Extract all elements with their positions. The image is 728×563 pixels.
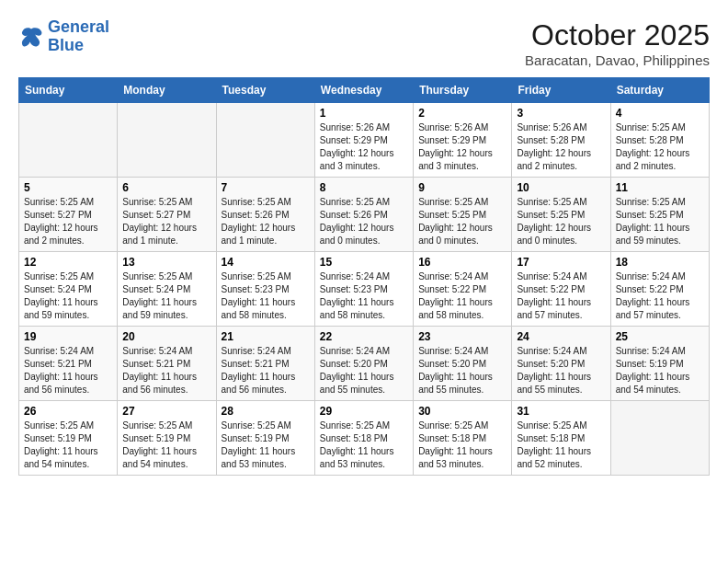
day-number: 28 bbox=[222, 405, 310, 418]
calendar-cell: 16Sunrise: 5:24 AMSunset: 5:22 PMDayligh… bbox=[414, 252, 512, 327]
day-detail: Sunrise: 5:24 AMSunset: 5:22 PMDaylight:… bbox=[616, 270, 704, 322]
day-number: 4 bbox=[616, 107, 704, 120]
calendar-week-3: 12Sunrise: 5:25 AMSunset: 5:24 PMDayligh… bbox=[19, 252, 710, 327]
day-number: 21 bbox=[222, 330, 310, 343]
day-detail: Sunrise: 5:25 AMSunset: 5:28 PMDaylight:… bbox=[616, 121, 704, 173]
month-title: October 2025 bbox=[525, 18, 710, 52]
calendar-cell: 19Sunrise: 5:24 AMSunset: 5:21 PMDayligh… bbox=[19, 327, 118, 401]
day-detail: Sunrise: 5:25 AMSunset: 5:19 PMDaylight:… bbox=[122, 419, 210, 471]
day-detail: Sunrise: 5:24 AMSunset: 5:20 PMDaylight:… bbox=[320, 345, 408, 396]
day-number: 29 bbox=[320, 405, 408, 418]
day-detail: Sunrise: 5:25 AMSunset: 5:18 PMDaylight:… bbox=[418, 419, 506, 471]
day-number: 14 bbox=[222, 256, 310, 269]
day-detail: Sunrise: 5:24 AMSunset: 5:22 PMDaylight:… bbox=[517, 270, 605, 322]
calendar-cell: 14Sunrise: 5:25 AMSunset: 5:23 PMDayligh… bbox=[216, 252, 314, 327]
day-number: 24 bbox=[517, 330, 605, 343]
day-number: 5 bbox=[24, 181, 112, 194]
calendar-cell: 26Sunrise: 5:25 AMSunset: 5:19 PMDayligh… bbox=[19, 401, 118, 476]
calendar-cell bbox=[216, 103, 314, 178]
calendar-body: 1Sunrise: 5:26 AMSunset: 5:29 PMDaylight… bbox=[19, 103, 710, 476]
calendar-cell: 25Sunrise: 5:24 AMSunset: 5:19 PMDayligh… bbox=[610, 327, 709, 401]
location-title: Baracatan, Davao, Philippines bbox=[525, 52, 710, 68]
calendar-cell: 28Sunrise: 5:25 AMSunset: 5:19 PMDayligh… bbox=[216, 401, 314, 476]
day-detail: Sunrise: 5:25 AMSunset: 5:25 PMDaylight:… bbox=[418, 196, 506, 247]
day-detail: Sunrise: 5:25 AMSunset: 5:18 PMDaylight:… bbox=[517, 419, 605, 471]
day-detail: Sunrise: 5:25 AMSunset: 5:23 PMDaylight:… bbox=[222, 270, 310, 322]
day-number: 8 bbox=[320, 181, 408, 194]
calendar-cell: 20Sunrise: 5:24 AMSunset: 5:21 PMDayligh… bbox=[118, 327, 216, 401]
day-detail: Sunrise: 5:26 AMSunset: 5:28 PMDaylight:… bbox=[517, 121, 605, 173]
calendar-week-5: 26Sunrise: 5:25 AMSunset: 5:19 PMDayligh… bbox=[19, 401, 710, 476]
calendar-cell: 4Sunrise: 5:25 AMSunset: 5:28 PMDaylight… bbox=[610, 103, 709, 178]
calendar-cell bbox=[19, 103, 118, 178]
weekday-header-tuesday: Tuesday bbox=[216, 78, 314, 103]
calendar-cell: 8Sunrise: 5:25 AMSunset: 5:26 PMDaylight… bbox=[314, 178, 413, 252]
calendar-cell: 11Sunrise: 5:25 AMSunset: 5:25 PMDayligh… bbox=[610, 178, 709, 252]
day-number: 30 bbox=[418, 405, 506, 418]
calendar-cell: 31Sunrise: 5:25 AMSunset: 5:18 PMDayligh… bbox=[512, 401, 610, 476]
calendar-cell: 13Sunrise: 5:25 AMSunset: 5:24 PMDayligh… bbox=[118, 252, 216, 327]
day-number: 17 bbox=[517, 256, 605, 269]
day-detail: Sunrise: 5:25 AMSunset: 5:27 PMDaylight:… bbox=[122, 196, 210, 247]
day-number: 3 bbox=[517, 107, 605, 120]
day-detail: Sunrise: 5:24 AMSunset: 5:21 PMDaylight:… bbox=[24, 345, 112, 396]
day-detail: Sunrise: 5:25 AMSunset: 5:27 PMDaylight:… bbox=[24, 196, 112, 247]
weekday-header-saturday: Saturday bbox=[610, 78, 709, 103]
day-number: 10 bbox=[517, 181, 605, 194]
day-number: 20 bbox=[122, 330, 210, 343]
day-detail: Sunrise: 5:24 AMSunset: 5:21 PMDaylight:… bbox=[122, 345, 210, 396]
day-number: 27 bbox=[122, 405, 210, 418]
day-number: 7 bbox=[222, 181, 310, 194]
day-number: 6 bbox=[122, 181, 210, 194]
day-detail: Sunrise: 5:26 AMSunset: 5:29 PMDaylight:… bbox=[418, 121, 506, 173]
logo: General Blue bbox=[18, 18, 109, 55]
weekday-header-sunday: Sunday bbox=[19, 78, 118, 103]
day-detail: Sunrise: 5:24 AMSunset: 5:22 PMDaylight:… bbox=[418, 270, 506, 322]
day-detail: Sunrise: 5:24 AMSunset: 5:23 PMDaylight:… bbox=[320, 270, 408, 322]
calendar-cell: 29Sunrise: 5:25 AMSunset: 5:18 PMDayligh… bbox=[314, 401, 413, 476]
calendar-cell: 18Sunrise: 5:24 AMSunset: 5:22 PMDayligh… bbox=[610, 252, 709, 327]
calendar-cell bbox=[610, 401, 709, 476]
day-number: 9 bbox=[418, 181, 506, 194]
day-detail: Sunrise: 5:25 AMSunset: 5:19 PMDaylight:… bbox=[24, 419, 112, 471]
day-number: 22 bbox=[320, 330, 408, 343]
day-number: 1 bbox=[320, 107, 408, 120]
logo-icon bbox=[18, 24, 44, 50]
calendar-cell: 6Sunrise: 5:25 AMSunset: 5:27 PMDaylight… bbox=[118, 178, 216, 252]
day-detail: Sunrise: 5:24 AMSunset: 5:19 PMDaylight:… bbox=[616, 345, 704, 396]
day-detail: Sunrise: 5:25 AMSunset: 5:25 PMDaylight:… bbox=[517, 196, 605, 247]
day-number: 15 bbox=[320, 256, 408, 269]
calendar-cell: 2Sunrise: 5:26 AMSunset: 5:29 PMDaylight… bbox=[414, 103, 512, 178]
calendar-cell: 22Sunrise: 5:24 AMSunset: 5:20 PMDayligh… bbox=[314, 327, 413, 401]
day-number: 19 bbox=[24, 330, 112, 343]
logo-text: General Blue bbox=[48, 18, 109, 55]
day-number: 13 bbox=[122, 256, 210, 269]
calendar-cell: 9Sunrise: 5:25 AMSunset: 5:25 PMDaylight… bbox=[414, 178, 512, 252]
calendar-cell: 17Sunrise: 5:24 AMSunset: 5:22 PMDayligh… bbox=[512, 252, 610, 327]
day-number: 26 bbox=[24, 405, 112, 418]
calendar-cell: 5Sunrise: 5:25 AMSunset: 5:27 PMDaylight… bbox=[19, 178, 118, 252]
calendar-week-2: 5Sunrise: 5:25 AMSunset: 5:27 PMDaylight… bbox=[19, 178, 710, 252]
header: General Blue October 2025 Baracatan, Dav… bbox=[18, 18, 710, 68]
day-detail: Sunrise: 5:26 AMSunset: 5:29 PMDaylight:… bbox=[320, 121, 408, 173]
weekday-header-friday: Friday bbox=[512, 78, 610, 103]
day-detail: Sunrise: 5:25 AMSunset: 5:24 PMDaylight:… bbox=[24, 270, 112, 322]
calendar-cell: 21Sunrise: 5:24 AMSunset: 5:21 PMDayligh… bbox=[216, 327, 314, 401]
calendar-cell: 10Sunrise: 5:25 AMSunset: 5:25 PMDayligh… bbox=[512, 178, 610, 252]
calendar-cell: 24Sunrise: 5:24 AMSunset: 5:20 PMDayligh… bbox=[512, 327, 610, 401]
day-detail: Sunrise: 5:25 AMSunset: 5:26 PMDaylight:… bbox=[222, 196, 310, 247]
calendar-cell: 3Sunrise: 5:26 AMSunset: 5:28 PMDaylight… bbox=[512, 103, 610, 178]
day-number: 31 bbox=[517, 405, 605, 418]
calendar-cell: 27Sunrise: 5:25 AMSunset: 5:19 PMDayligh… bbox=[118, 401, 216, 476]
weekday-header-wednesday: Wednesday bbox=[314, 78, 413, 103]
day-detail: Sunrise: 5:25 AMSunset: 5:18 PMDaylight:… bbox=[320, 419, 408, 471]
calendar-cell: 23Sunrise: 5:24 AMSunset: 5:20 PMDayligh… bbox=[414, 327, 512, 401]
day-detail: Sunrise: 5:24 AMSunset: 5:21 PMDaylight:… bbox=[222, 345, 310, 396]
title-area: October 2025 Baracatan, Davao, Philippin… bbox=[525, 18, 710, 68]
weekday-header-row: SundayMondayTuesdayWednesdayThursdayFrid… bbox=[19, 78, 710, 103]
day-number: 16 bbox=[418, 256, 506, 269]
calendar-cell: 1Sunrise: 5:26 AMSunset: 5:29 PMDaylight… bbox=[314, 103, 413, 178]
calendar-cell: 15Sunrise: 5:24 AMSunset: 5:23 PMDayligh… bbox=[314, 252, 413, 327]
day-number: 12 bbox=[24, 256, 112, 269]
day-number: 25 bbox=[616, 330, 704, 343]
